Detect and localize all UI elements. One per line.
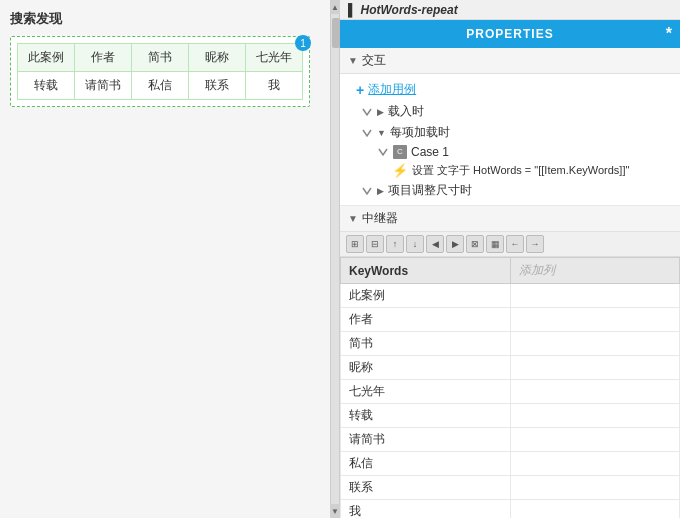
relay-section-title: 中继器	[362, 210, 398, 227]
cell-empty	[510, 380, 680, 404]
title-bar: ▌ HotWords-repeat	[340, 0, 680, 20]
relay-arrow-icon: ▼	[348, 213, 358, 224]
lightning-icon: ⚡	[392, 163, 408, 178]
toolbar-btn-8[interactable]: ▦	[486, 235, 504, 253]
cell-value: 转载	[341, 404, 511, 428]
cell-please-jianshu: 请简书	[75, 72, 132, 100]
add-example-row[interactable]: + 添加用例	[340, 78, 680, 101]
cell-empty	[510, 476, 680, 500]
interaction-section-header[interactable]: ▼ 交互	[340, 48, 680, 74]
relay-toolbar: ⊞ ⊟ ↑ ↓ ◀ ▶ ⊠ ▦ ← →	[340, 232, 680, 257]
cell-value: 此案例	[341, 284, 511, 308]
properties-tab-dot: *	[666, 25, 672, 43]
scroll-up-arrow[interactable]: ▲	[330, 0, 340, 14]
toolbar-btn-2[interactable]: ⊟	[366, 235, 384, 253]
cell-value: 七光年	[341, 380, 511, 404]
cell-this-case: 此案例	[18, 44, 75, 72]
tree-arrow-icon2	[376, 145, 390, 159]
tree-label-case1: Case 1	[411, 145, 449, 159]
properties-tab[interactable]: PROPERTIES *	[340, 20, 680, 48]
tree-item-case1[interactable]: C Case 1	[340, 143, 680, 161]
cell-private-msg: 私信	[132, 72, 189, 100]
arrow-collapse-icon: ▼	[348, 55, 358, 66]
right-panel: ▌ HotWords-repeat PROPERTIES * ▼ 交互 + 添加…	[340, 0, 680, 518]
cell-7years: 七光年	[246, 44, 303, 72]
tree-label-onload: 载入时	[388, 103, 424, 120]
cell-value: 我	[341, 500, 511, 519]
cell-empty	[510, 404, 680, 428]
discovery-table: 此案例 作者 简书 昵称 七光年 转载 请简书 私信 联系 我	[17, 43, 303, 100]
cell-author: 作者	[75, 44, 132, 72]
table-header-row: KeyWords 添加列	[341, 258, 680, 284]
cell-contact: 联系	[189, 72, 246, 100]
cell-value: 作者	[341, 308, 511, 332]
scroll-track-left	[331, 14, 339, 504]
cell-nickname: 昵称	[189, 44, 246, 72]
tree-label-resize: 项目调整尺寸时	[388, 182, 472, 199]
table-row[interactable]: 此案例	[341, 284, 680, 308]
cell-value: 昵称	[341, 356, 511, 380]
toolbar-btn-10[interactable]: →	[526, 235, 544, 253]
table-row: 转载 请简书 私信 联系 我	[18, 72, 303, 100]
tree-label-eachload: 每项加载时	[390, 124, 450, 141]
table-row[interactable]: 作者	[341, 308, 680, 332]
tree-item-resize[interactable]: ▶ 项目调整尺寸时	[340, 180, 680, 201]
badge: 1	[295, 35, 311, 51]
add-example-link[interactable]: 添加用例	[368, 81, 416, 98]
tree-icon-arrow2: ▼	[377, 128, 386, 138]
tree-arrow-icon	[360, 105, 374, 119]
properties-tab-label: PROPERTIES	[340, 27, 680, 41]
interaction-content: + 添加用例 ▶ 载入时 ▼ 每项加载时	[340, 74, 680, 206]
tree-arrow-icon3	[360, 184, 374, 198]
col-add[interactable]: 添加列	[510, 258, 680, 284]
table-row: 此案例 作者 简书 昵称 七光年	[18, 44, 303, 72]
table-row[interactable]: 简书	[341, 332, 680, 356]
cell-reprint: 转载	[18, 72, 75, 100]
left-panel: 搜索发现 1 此案例 作者 简书 昵称 七光年 转载 请简书 私信 联系 我	[0, 0, 330, 518]
cell-value: 请简书	[341, 428, 511, 452]
cell-value: 联系	[341, 476, 511, 500]
interaction-section-title: 交互	[362, 52, 386, 69]
tree-icon-arrow3: ▶	[377, 186, 384, 196]
toolbar-btn-6[interactable]: ▶	[446, 235, 464, 253]
cell-empty	[510, 500, 680, 519]
toolbar-btn-9[interactable]: ←	[506, 235, 524, 253]
left-panel-title: 搜索发现	[10, 10, 320, 28]
table-row[interactable]: 昵称	[341, 356, 680, 380]
cell-empty	[510, 356, 680, 380]
table-row[interactable]: 联系	[341, 476, 680, 500]
table-row[interactable]: 转载	[341, 404, 680, 428]
table-row[interactable]: 私信	[341, 452, 680, 476]
cell-value: 私信	[341, 452, 511, 476]
case-icon: C	[393, 145, 407, 159]
toolbar-btn-1[interactable]: ⊞	[346, 235, 364, 253]
scroll-down-arrow[interactable]: ▼	[330, 504, 340, 518]
cell-empty	[510, 284, 680, 308]
cell-empty	[510, 332, 680, 356]
left-scrollbar[interactable]: ▲ ▼	[330, 0, 340, 518]
toolbar-btn-7[interactable]: ⊠	[466, 235, 484, 253]
tree-arrow-expand-icon	[360, 126, 374, 140]
cell-empty	[510, 452, 680, 476]
table-row[interactable]: 我	[341, 500, 680, 519]
tree-icon-arrow: ▶	[377, 107, 384, 117]
relay-content: ⊞ ⊟ ↑ ↓ ◀ ▶ ⊠ ▦ ← → KeyWords 添	[340, 232, 680, 518]
search-discovery-box: 1 此案例 作者 简书 昵称 七光年 转载 请简书 私信 联系 我	[10, 36, 310, 107]
tree-item-each-load[interactable]: ▼ 每项加载时	[340, 122, 680, 143]
cell-me: 我	[246, 72, 303, 100]
relay-section-header[interactable]: ▼ 中继器	[340, 206, 680, 232]
toolbar-btn-3[interactable]: ↑	[386, 235, 404, 253]
toolbar-btn-4[interactable]: ↓	[406, 235, 424, 253]
keyword-table: KeyWords 添加列 此案例 作者 简书 昵称 七光年 转载 请简书 私信 …	[340, 257, 680, 518]
page-title: HotWords-repeat	[361, 3, 458, 17]
table-row[interactable]: 七光年	[341, 380, 680, 404]
tree-item-set-text[interactable]: ⚡ 设置 文字于 HotWords = "[[Item.KeyWords]]"	[340, 161, 680, 180]
tree-item-onload[interactable]: ▶ 载入时	[340, 101, 680, 122]
cell-jianshu: 简书	[132, 44, 189, 72]
table-row[interactable]: 请简书	[341, 428, 680, 452]
scroll-thumb-left[interactable]	[332, 18, 340, 48]
col-keywords: KeyWords	[341, 258, 511, 284]
toolbar-btn-5[interactable]: ◀	[426, 235, 444, 253]
plus-icon: +	[356, 82, 364, 98]
tree-label-set-text: 设置 文字于 HotWords = "[[Item.KeyWords]]"	[412, 163, 629, 178]
